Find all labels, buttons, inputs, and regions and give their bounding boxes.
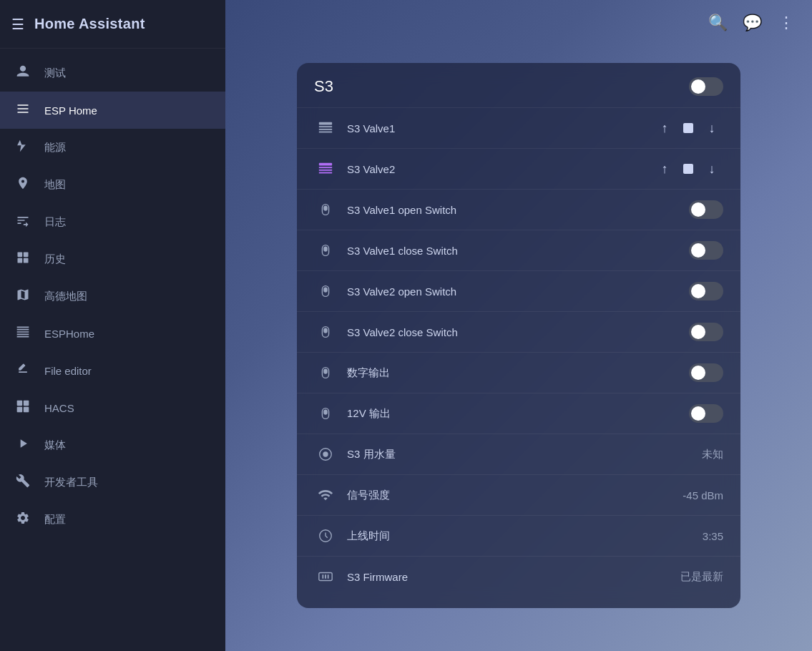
entity-value-firmware: 已是最新 <box>680 570 723 584</box>
entity-toggle-valve1_open[interactable] <box>689 200 723 219</box>
sidebar-item-history[interactable]: 历史 <box>0 240 225 278</box>
sidebar-item-hacs[interactable]: HACS <box>0 389 225 426</box>
sidebar-item-label-devtools: 开发者工具 <box>44 476 98 489</box>
toggle-thumb-valve1_close <box>691 243 705 258</box>
toggle-track-valve1_open[interactable] <box>689 200 723 219</box>
sidebar-item-label-fileeditor: File editor <box>44 365 92 377</box>
entity-icon-uptime <box>314 524 337 547</box>
entity-row-num_out: 数字输出 <box>297 352 740 393</box>
sidebar: ☰ Home Assistant 测试 ESP Home 能源 地图 日志 历史… <box>0 0 225 651</box>
top-actions: 🔍 💬 ⋮ <box>703 9 801 37</box>
toggle-track-valve2_open[interactable] <box>689 282 723 300</box>
toggle-thumb-v12_out <box>691 406 705 421</box>
entity-row-signal: 信号强度 -45 dBm <box>297 474 740 515</box>
sidebar-item-fileeditor[interactable]: File editor <box>0 352 225 389</box>
more-icon: ⋮ <box>778 14 794 32</box>
svg-rect-19 <box>323 247 328 252</box>
entity-row-v12_out: 12V 输出 <box>297 393 740 434</box>
svg-rect-7 <box>24 406 29 412</box>
device-toggle-track[interactable] <box>689 77 723 96</box>
search-button[interactable]: 🔍 <box>703 9 732 37</box>
sidebar-item-devtools[interactable]: 开发者工具 <box>0 464 225 501</box>
svg-rect-11 <box>319 132 332 133</box>
sidebar-item-label-esphome: ESP Home <box>44 104 97 117</box>
entity-row-valve1: S3 Valve1 ↑ ↓ <box>297 107 740 148</box>
sidebar-item-settings[interactable]: 配置 <box>0 501 225 538</box>
up-button-valve1[interactable]: ↑ <box>653 117 676 140</box>
search-icon: 🔍 <box>708 14 728 32</box>
entity-value-uptime: 3:35 <box>703 530 723 542</box>
entity-label-valve1_open: S3 Valve1 open Switch <box>347 204 679 216</box>
entity-row-firmware: S3 Firmware 已是最新 <box>297 556 740 597</box>
sidebar-item-energy[interactable]: 能源 <box>0 129 225 166</box>
svg-rect-0 <box>18 252 23 257</box>
svg-rect-8 <box>319 122 332 125</box>
svg-rect-23 <box>323 328 328 333</box>
sidebar-nav: 测试 ESP Home 能源 地图 日志 历史 高德地图 ESPHome Fil… <box>0 49 225 651</box>
stop-button-valve1[interactable] <box>683 123 693 133</box>
entity-value-water: 未知 <box>702 448 723 461</box>
chat-button[interactable]: 💬 <box>738 9 766 37</box>
svg-rect-2 <box>18 258 23 263</box>
entity-icon-valve2_open <box>314 280 337 303</box>
entity-label-water: S3 用水量 <box>347 448 692 461</box>
svg-rect-4 <box>17 400 23 406</box>
toggle-thumb-valve1_open <box>691 202 705 217</box>
entity-icon-valve1_open <box>314 198 337 221</box>
devtools-icon <box>14 474 31 491</box>
more-menu-button[interactable]: ⋮ <box>772 9 801 37</box>
entity-list: S3 Valve1 ↑ ↓ S3 Valve2 ↑ ↓ S3 Valve1 op… <box>297 107 740 597</box>
gaode-icon <box>14 288 31 305</box>
svg-rect-10 <box>319 129 332 130</box>
stop-button-valve2[interactable] <box>683 164 693 174</box>
entity-toggle-num_out[interactable] <box>689 363 723 382</box>
svg-rect-3 <box>24 258 29 263</box>
toggle-track-valve2_close[interactable] <box>689 323 723 341</box>
svg-rect-25 <box>323 369 328 374</box>
app-title: Home Assistant <box>34 16 145 32</box>
svg-point-29 <box>323 451 328 456</box>
entity-row-valve1_open: S3 Valve1 open Switch <box>297 189 740 230</box>
sidebar-item-label-test: 测试 <box>44 67 66 80</box>
entity-value-signal: -45 dBm <box>683 489 723 501</box>
entity-toggle-valve1_close[interactable] <box>689 241 723 260</box>
entity-label-valve2: S3 Valve2 <box>347 163 643 175</box>
device-main-toggle[interactable] <box>689 77 723 96</box>
sidebar-item-label-gaode: 高德地图 <box>44 290 87 303</box>
entity-label-num_out: 数字输出 <box>347 366 679 380</box>
entity-toggle-valve2_open[interactable] <box>689 282 723 300</box>
sidebar-item-label-history: 历史 <box>44 253 66 266</box>
esphome2-icon <box>14 325 31 343</box>
sidebar-item-gaode[interactable]: 高德地图 <box>0 278 225 315</box>
down-button-valve2[interactable]: ↓ <box>700 157 723 180</box>
up-button-valve2[interactable]: ↑ <box>653 157 676 180</box>
toggle-track-v12_out[interactable] <box>689 404 723 423</box>
sidebar-item-esphome[interactable]: ESP Home <box>0 92 225 129</box>
sidebar-item-media[interactable]: 媒体 <box>0 426 225 464</box>
entity-label-valve1_close: S3 Valve1 close Switch <box>347 245 679 257</box>
svg-rect-1 <box>24 252 29 257</box>
hacs-icon <box>14 399 31 417</box>
sidebar-item-test[interactable]: 测试 <box>0 54 225 92</box>
media-icon <box>14 436 31 454</box>
entity-row-water: S3 用水量 未知 <box>297 434 740 474</box>
toggle-track-num_out[interactable] <box>689 363 723 382</box>
device-name: S3 <box>314 77 333 96</box>
sidebar-item-map[interactable]: 地图 <box>0 166 225 203</box>
entity-icon-valve2_close <box>314 320 337 343</box>
entity-label-valve1: S3 Valve1 <box>347 122 643 134</box>
down-button-valve1[interactable]: ↓ <box>700 117 723 140</box>
entity-toggle-v12_out[interactable] <box>689 404 723 423</box>
menu-toggle-icon[interactable]: ☰ <box>11 16 24 33</box>
sidebar-item-label-hacs: HACS <box>44 402 74 414</box>
sidebar-item-log[interactable]: 日志 <box>0 203 225 240</box>
main-content: 🔍 💬 ⋮ S3 S3 Valve1 ↑ ↓ <box>225 0 812 651</box>
sidebar-item-esphome2[interactable]: ESPHome <box>0 315 225 352</box>
sidebar-header: ☰ Home Assistant <box>0 0 225 49</box>
entity-icon-valve1_close <box>314 239 337 262</box>
entity-toggle-valve2_close[interactable] <box>689 323 723 341</box>
entity-row-valve2: S3 Valve2 ↑ ↓ <box>297 148 740 189</box>
toggle-track-valve1_close[interactable] <box>689 241 723 260</box>
chat-icon: 💬 <box>743 14 762 32</box>
log-icon <box>14 213 31 231</box>
